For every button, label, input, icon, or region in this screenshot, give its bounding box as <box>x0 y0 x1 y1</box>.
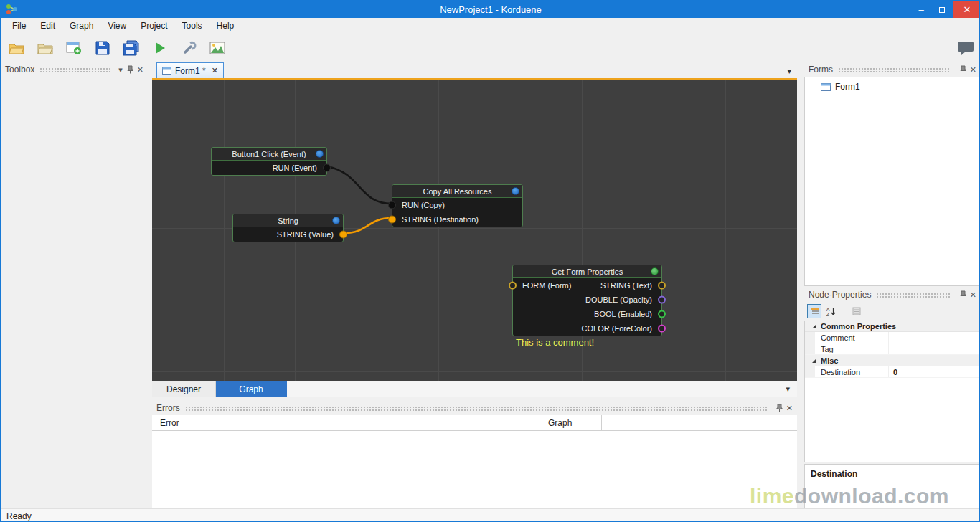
category-row[interactable]: Common Properties <box>805 321 980 332</box>
column-error[interactable]: Error <box>152 415 540 430</box>
description-title: Destination <box>811 469 974 479</box>
close-icon[interactable]: ✕ <box>137 66 143 74</box>
categorized-icon[interactable] <box>807 304 821 318</box>
close-icon[interactable]: ✕ <box>970 291 976 299</box>
forms-list: Form1 <box>804 77 980 286</box>
open-folder-icon[interactable] <box>5 37 28 60</box>
tab-close-icon[interactable]: ✕ <box>212 66 218 75</box>
output-pin-run[interactable] <box>323 164 331 172</box>
wrench-icon[interactable] <box>177 37 200 60</box>
tab-graph[interactable]: Graph <box>216 381 287 397</box>
close-icon[interactable]: ✕ <box>786 404 793 412</box>
menu-edit[interactable]: Edit <box>33 18 62 34</box>
input-pin-run[interactable] <box>388 201 396 209</box>
node-title: Get Form Properties <box>552 267 623 276</box>
output-pin-bool-enabled[interactable] <box>658 310 666 318</box>
graph-canvas[interactable]: Button1 Click (Event) RUN (Event) Copy A… <box>152 80 797 381</box>
view-tabs-chevron-icon[interactable]: ▾ <box>786 384 790 394</box>
column-graph[interactable]: Graph <box>540 415 602 430</box>
info-icon[interactable] <box>651 267 659 275</box>
forms-item-label: Form1 <box>835 82 860 92</box>
save-icon[interactable] <box>91 37 114 60</box>
errors-grid-header: Error Graph <box>152 415 797 431</box>
menu-view[interactable]: View <box>100 18 133 34</box>
row-gutter <box>805 366 815 377</box>
toolbox-panel: Toolbox ▾ ✕ <box>1 62 148 508</box>
main-toolbar <box>1 34 980 62</box>
chat-bubble-icon[interactable] <box>956 39 975 57</box>
save-all-icon[interactable] <box>120 37 143 60</box>
svg-text:A: A <box>826 307 830 312</box>
menu-file[interactable]: File <box>5 18 33 34</box>
forms-header: Forms ✕ <box>804 62 980 77</box>
pin-icon[interactable] <box>127 65 133 74</box>
input-pin-form[interactable] <box>509 282 517 290</box>
output-pin-double-opacity[interactable] <box>658 296 666 304</box>
image-icon[interactable] <box>206 37 229 60</box>
node-copy-all-resources[interactable]: Copy All Resources RUN (Copy) STRING (De… <box>392 184 523 227</box>
form-icon <box>162 67 171 75</box>
node-string[interactable]: String STRING (Value) <box>232 214 344 242</box>
node-get-form-properties[interactable]: Get Form Properties FORM (Form) STRING (… <box>512 265 662 336</box>
tab-form1[interactable]: Form1 * ✕ <box>156 62 224 78</box>
errors-title: Errors <box>156 403 180 413</box>
node-title: Button1 Click (Event) <box>232 150 306 158</box>
info-icon[interactable] <box>512 187 519 195</box>
input-pin-string[interactable] <box>388 216 396 224</box>
collapse-arrow-icon <box>812 324 816 328</box>
property-row-comment[interactable]: Comment <box>805 332 980 343</box>
graph-comment[interactable]: This is a comment! <box>516 337 594 348</box>
info-icon[interactable] <box>332 217 340 224</box>
alphabetical-sort-icon[interactable]: AZ <box>824 304 839 318</box>
pin-label: DOUBLE (Opacity) <box>585 295 652 304</box>
property-row-destination[interactable]: Destination 0 <box>805 366 980 378</box>
panel-grip <box>838 67 951 72</box>
node-button1-click[interactable]: Button1 Click (Event) RUN (Event) <box>211 147 327 176</box>
menu-tools[interactable]: Tools <box>175 18 209 34</box>
output-pin-color-forecolor[interactable] <box>658 325 666 333</box>
errors-panel: Errors ✕ Error Graph <box>152 401 797 508</box>
pin-label: COLOR (ForeColor) <box>582 324 652 333</box>
collapse-arrow-icon <box>812 359 816 363</box>
toolbar-separator <box>844 305 844 317</box>
status-text: Ready <box>6 511 32 521</box>
output-pin-string[interactable] <box>339 231 347 239</box>
pin-label: STRING (Value) <box>277 230 334 239</box>
forms-item-form1[interactable]: Form1 <box>805 77 980 92</box>
close-button[interactable]: ✕ <box>953 1 980 18</box>
new-form-icon[interactable] <box>62 37 85 60</box>
menu-project[interactable]: Project <box>133 18 174 34</box>
property-value[interactable]: 0 <box>889 368 980 376</box>
close-icon[interactable]: ✕ <box>970 66 976 74</box>
property-grid: Common Properties Comment Tag Misc Desti… <box>804 321 980 462</box>
panel-grip <box>39 67 110 72</box>
errors-list[interactable] <box>152 431 797 507</box>
category-row[interactable]: Misc <box>805 355 980 366</box>
errors-header: Errors ✕ <box>152 401 797 415</box>
pin-icon[interactable] <box>776 404 783 412</box>
node-title: Copy All Resources <box>423 187 492 196</box>
info-icon[interactable] <box>316 150 324 158</box>
tab-list-chevron-icon[interactable]: ▾ <box>787 67 791 76</box>
panel-grip <box>876 293 950 298</box>
chevron-down-icon[interactable]: ▾ <box>118 66 123 74</box>
korduene-window: NewProject1 - Korduene – ✕ File Edit Gra… <box>0 0 980 522</box>
node-properties-header: Node-Properties ✕ <box>804 288 980 302</box>
pin-icon[interactable] <box>960 290 966 299</box>
category-label: Common Properties <box>821 322 896 331</box>
row-gutter <box>805 332 815 343</box>
minimize-button[interactable]: – <box>910 1 932 18</box>
run-icon[interactable] <box>149 37 171 60</box>
menu-graph[interactable]: Graph <box>62 18 100 34</box>
pin-label: BOOL (Enabled) <box>594 310 652 318</box>
open-project-icon[interactable] <box>34 37 57 60</box>
menu-help[interactable]: Help <box>209 18 242 34</box>
restore-button[interactable] <box>932 1 953 18</box>
wire-string <box>344 218 392 233</box>
property-row-tag[interactable]: Tag <box>805 343 980 355</box>
tab-label: Form1 * <box>175 66 206 76</box>
pin-icon[interactable] <box>960 65 966 74</box>
output-pin-string-text[interactable] <box>658 282 666 290</box>
toolbox-title: Toolbox <box>5 65 34 75</box>
tab-designer[interactable]: Designer <box>152 381 216 397</box>
